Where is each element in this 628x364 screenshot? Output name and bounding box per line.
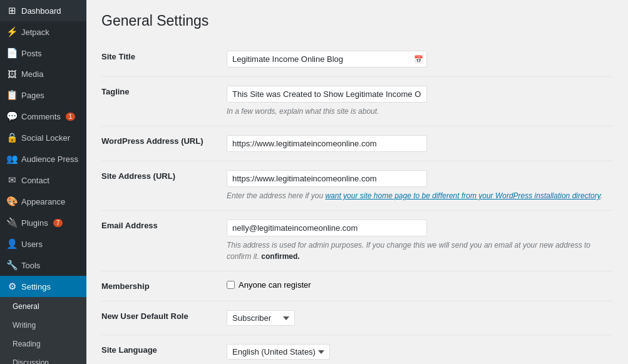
audience-press-icon: 👥	[6, 153, 18, 164]
sidebar-item-settings[interactable]: ⚙ Settings	[0, 276, 86, 297]
new-user-role-label: New User Default Role	[101, 301, 227, 335]
site-address-label: Site Address (URL)	[101, 161, 227, 211]
submenu-label-reading: Reading	[13, 340, 41, 348]
email-row: Email Address This address is used for a…	[101, 211, 613, 271]
sidebar-item-social-locker[interactable]: 🔒 Social Locker	[0, 127, 86, 148]
sidebar-subitem-reading[interactable]: Reading	[0, 335, 86, 353]
main-content: General Settings Site Title 📅 Tagline In…	[86, 0, 628, 364]
sidebar-item-appearance[interactable]: 🎨 Appearance	[0, 191, 86, 212]
settings-icon: ⚙	[6, 281, 18, 292]
membership-label: Membership	[101, 271, 227, 301]
sidebar-subitem-general[interactable]: General	[0, 297, 86, 316]
sidebar-label-appearance: Appearance	[21, 197, 65, 206]
plugins-badge: 7	[53, 219, 63, 227]
sidebar-item-dashboard[interactable]: ⊞ Dashboard	[0, 0, 86, 21]
site-address-link[interactable]: want your site home page to be different…	[325, 191, 600, 200]
sidebar-label-social-locker: Social Locker	[21, 133, 70, 143]
sidebar-item-users[interactable]: 👤 Users	[0, 233, 86, 255]
comments-badge: 1	[66, 113, 76, 121]
sidebar-label-comments: Comments	[21, 112, 61, 121]
sidebar-label-media: Media	[21, 69, 43, 79]
contact-icon: ✉	[6, 174, 18, 186]
tagline-label: Tagline	[101, 77, 227, 126]
sidebar-subitem-discussion[interactable]: Discussion	[0, 353, 86, 364]
sidebar-item-media[interactable]: 🖼 Media	[0, 64, 86, 84]
wp-address-input[interactable]	[227, 135, 427, 152]
site-language-label: Site Language	[101, 335, 227, 365]
sidebar-item-comments[interactable]: 💬 Comments 1	[0, 106, 86, 127]
sidebar-label-users: Users	[21, 240, 43, 249]
appearance-icon: 🎨	[6, 196, 18, 207]
sidebar-label-jetpack: Jetpack	[21, 28, 49, 37]
site-title-row: Site Title 📅	[101, 42, 613, 77]
media-icon: 🖼	[6, 69, 18, 79]
site-address-description: Enter the address here if you want your …	[227, 190, 613, 201]
wp-address-row: WordPress Address (URL)	[101, 126, 613, 161]
site-title-input[interactable]	[227, 51, 427, 68]
site-title-field-wrapper: 📅	[227, 51, 427, 68]
new-user-role-select[interactable]: SubscriberContributorAuthorEditorAdminis…	[227, 310, 295, 326]
sidebar-item-posts[interactable]: 📄 Posts	[0, 43, 86, 64]
membership-row: Membership Anyone can register	[101, 271, 613, 301]
email-input[interactable]	[227, 220, 427, 236]
site-address-row: Site Address (URL) Enter the address her…	[101, 161, 613, 211]
sidebar-label-plugins: Plugins	[21, 218, 48, 228]
tools-icon: 🔧	[6, 260, 18, 271]
sidebar-item-audience-press[interactable]: 👥 Audience Press	[0, 148, 86, 169]
sidebar-item-tools[interactable]: 🔧 Tools	[0, 255, 86, 276]
dashboard-icon: ⊞	[6, 5, 18, 16]
membership-checkbox-label: Anyone can register	[239, 280, 311, 290]
submenu-label-writing: Writing	[13, 321, 36, 330]
sidebar-label-tools: Tools	[21, 261, 40, 270]
tagline-input[interactable]	[227, 86, 427, 103]
sidebar-label-dashboard: Dashboard	[21, 6, 61, 16]
wp-address-label: WordPress Address (URL)	[101, 126, 227, 161]
sidebar-item-jetpack[interactable]: ⚡ Jetpack	[0, 21, 86, 43]
settings-submenu: GeneralWritingReadingDiscussionMedia	[0, 297, 86, 364]
jetpack-icon: ⚡	[6, 26, 18, 38]
settings-form: Site Title 📅 Tagline In a few words, exp…	[101, 42, 613, 364]
page-title: General Settings	[101, 13, 613, 29]
sidebar-subitem-writing[interactable]: Writing	[0, 316, 86, 335]
calendar-icon: 📅	[414, 55, 423, 64]
tagline-description: In a few words, explain what this site i…	[227, 106, 613, 117]
pages-icon: 📋	[6, 89, 18, 101]
sidebar-item-pages[interactable]: 📋 Pages	[0, 84, 86, 106]
membership-checkbox[interactable]	[227, 281, 235, 289]
plugins-icon: 🔌	[6, 217, 18, 228]
sidebar-label-posts: Posts	[21, 49, 42, 58]
users-icon: 👤	[6, 238, 18, 250]
site-language-row: Site Language English (United States)Eng…	[101, 335, 613, 365]
tagline-row: Tagline In a few words, explain what thi…	[101, 77, 613, 126]
comments-icon: 💬	[6, 111, 18, 122]
site-address-input[interactable]	[227, 170, 427, 187]
sidebar: ⊞ Dashboard ⚡ Jetpack 📄 Posts 🖼 Media 📋 …	[0, 0, 86, 364]
site-title-label: Site Title	[101, 42, 227, 77]
sidebar-item-plugins[interactable]: 🔌 Plugins 7	[0, 212, 86, 233]
sidebar-item-contact[interactable]: ✉ Contact	[0, 169, 86, 191]
site-language-select[interactable]: English (United States)English (UK)Franç…	[227, 344, 330, 360]
sidebar-label-audience-press: Audience Press	[21, 154, 78, 164]
membership-checkbox-row: Anyone can register	[227, 280, 613, 290]
email-label: Email Address	[101, 211, 227, 271]
sidebar-label-pages: Pages	[21, 91, 44, 100]
submenu-label-discussion: Discussion	[13, 358, 49, 364]
email-description: This address is used for admin purposes.…	[227, 240, 613, 262]
submenu-label-general: General	[13, 302, 39, 311]
posts-icon: 📄	[6, 48, 18, 59]
social-locker-icon: 🔒	[6, 132, 18, 143]
sidebar-label-settings: Settings	[21, 282, 51, 291]
sidebar-label-contact: Contact	[21, 176, 49, 185]
new-user-role-row: New User Default Role SubscriberContribu…	[101, 301, 613, 335]
